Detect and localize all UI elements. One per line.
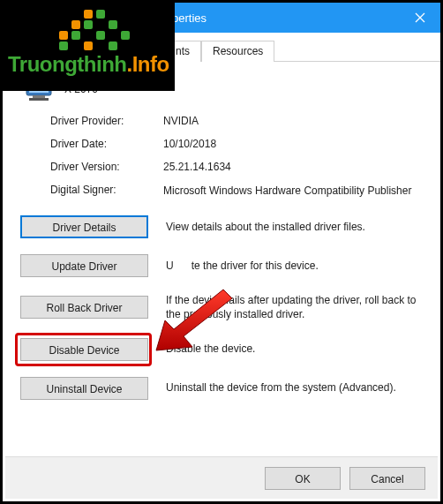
cancel-button[interactable]: Cancel xyxy=(349,467,425,490)
signer-label: Digital Signer: xyxy=(50,184,156,198)
watermark-text-2: Info xyxy=(132,52,169,76)
version-label: Driver Version: xyxy=(50,161,156,173)
ok-button[interactable]: OK xyxy=(265,467,341,490)
driver-details-button[interactable]: Driver Details xyxy=(20,215,148,238)
uninstall-device-desc: Uninstall the device from the system (Ad… xyxy=(166,380,423,395)
roll-back-driver-button[interactable]: Roll Back Driver xyxy=(20,296,148,319)
driver-details-desc: View details about the installed driver … xyxy=(166,220,423,234)
driver-info-grid: Driver Provider: NVIDIA Driver Date: 10/… xyxy=(15,115,428,207)
driver-actions: Driver Details View details about the in… xyxy=(15,207,428,402)
close-icon xyxy=(415,12,425,23)
date-value: 10/10/2018 xyxy=(163,138,424,150)
driver-panel: X 2070 Driver Provider: NVIDIA Driver Da… xyxy=(3,62,440,416)
dialog-footer: OK Cancel xyxy=(5,456,438,499)
tab-resources[interactable]: Resources xyxy=(201,41,274,62)
version-value: 25.21.14.1634 xyxy=(163,161,424,173)
svg-rect-5 xyxy=(29,98,49,101)
disable-device-desc: Disable the device. xyxy=(166,342,423,356)
svg-rect-4 xyxy=(33,95,45,98)
watermark-logo: Truongthinh.Info xyxy=(3,3,175,91)
uninstall-device-button[interactable]: Uninstall Device xyxy=(20,377,148,400)
provider-label: Driver Provider: xyxy=(50,115,156,127)
provider-value: NVIDIA xyxy=(163,115,424,127)
watermark-icon xyxy=(59,8,169,52)
update-desc-post: te the driver for this device. xyxy=(191,260,319,272)
update-desc-pre: U xyxy=(166,260,174,272)
watermark-text-1: Truongthinh xyxy=(8,52,126,76)
disable-device-button[interactable]: Disable Device xyxy=(20,338,148,361)
update-driver-desc: Update the driver for this device. xyxy=(166,259,423,273)
roll-back-driver-desc: If the device fails after updating the d… xyxy=(166,293,423,321)
window-close-button[interactable] xyxy=(400,3,440,33)
update-driver-button[interactable]: Update Driver xyxy=(20,254,148,277)
date-label: Driver Date: xyxy=(50,138,156,150)
signer-value: Microsoft Windows Hardware Compatibility… xyxy=(163,184,424,198)
